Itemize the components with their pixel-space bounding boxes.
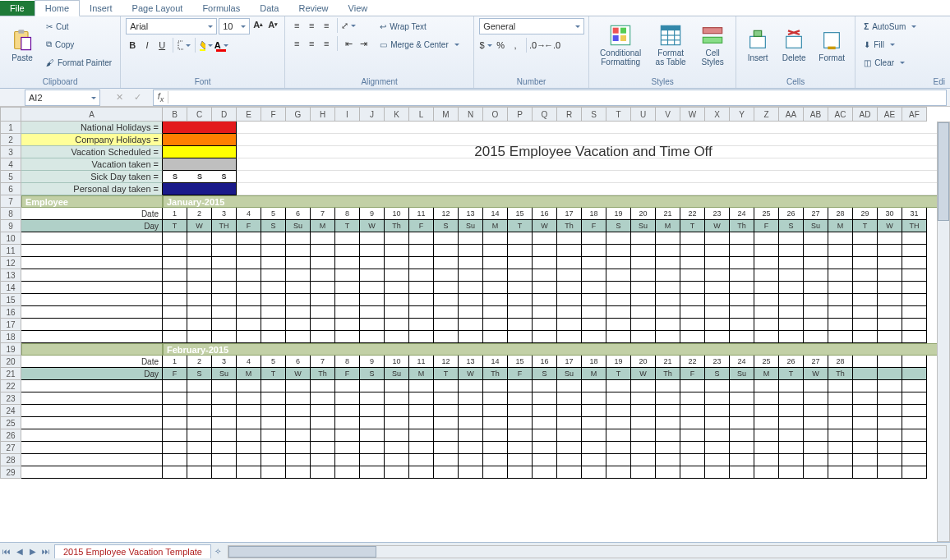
data-cell[interactable] (705, 319, 730, 331)
data-cell[interactable] (459, 392, 483, 405)
data-cell[interactable] (902, 245, 927, 257)
data-cell[interactable] (878, 294, 902, 306)
data-cell[interactable] (237, 442, 261, 454)
day-cell[interactable]: W (631, 368, 656, 380)
day-cell[interactable]: Su (631, 220, 656, 232)
data-cell[interactable] (878, 319, 902, 331)
row-header[interactable]: 10 (0, 232, 21, 245)
data-cell[interactable] (754, 294, 779, 306)
data-cell[interactable] (187, 232, 212, 245)
column-header[interactable]: AC (828, 107, 853, 122)
data-cell[interactable] (902, 319, 927, 331)
day-cell[interactable]: T (163, 220, 187, 232)
date-cell[interactable]: 3 (212, 208, 237, 220)
day-cell[interactable]: Su (557, 368, 582, 380)
merge-center-button[interactable]: ▭Merge & Center (376, 36, 463, 53)
data-cell[interactable] (508, 319, 533, 331)
data-cell[interactable] (533, 269, 557, 282)
data-cell[interactable] (335, 306, 360, 319)
data-cell[interactable] (680, 454, 705, 466)
legend-swatch[interactable] (212, 122, 237, 134)
data-cell[interactable] (311, 429, 335, 442)
data-cell[interactable] (656, 417, 680, 429)
legend-swatch[interactable] (187, 158, 212, 171)
data-cell[interactable] (286, 417, 311, 429)
data-cell[interactable] (237, 417, 261, 429)
data-cell[interactable] (779, 232, 804, 245)
data-cell[interactable] (237, 282, 261, 294)
data-cell[interactable] (237, 269, 261, 282)
data-cell[interactable] (237, 232, 261, 245)
data-cell[interactable] (311, 442, 335, 454)
data-cell[interactable] (311, 466, 335, 479)
data-cell[interactable] (705, 306, 730, 319)
data-cell[interactable] (631, 454, 656, 466)
data-cell[interactable] (557, 429, 582, 442)
data-cell[interactable] (434, 294, 459, 306)
date-cell[interactable]: 10 (385, 208, 409, 220)
data-cell[interactable] (606, 392, 631, 405)
day-cell[interactable]: T (606, 368, 631, 380)
data-cell[interactable] (705, 294, 730, 306)
data-cell[interactable] (261, 232, 286, 245)
employee-cell[interactable] (21, 454, 163, 466)
data-cell[interactable] (680, 269, 705, 282)
data-cell[interactable] (754, 331, 779, 343)
sheet-tab[interactable]: 2015 Employee Vacation Template (54, 544, 211, 558)
data-cell[interactable] (680, 319, 705, 331)
data-cell[interactable] (163, 294, 187, 306)
data-cell[interactable] (754, 269, 779, 282)
data-cell[interactable] (878, 442, 902, 454)
data-cell[interactable] (680, 294, 705, 306)
data-cell[interactable] (483, 466, 508, 479)
data-cell[interactable] (606, 380, 631, 392)
data-cell[interactable] (360, 429, 385, 442)
column-header[interactable]: Z (754, 107, 779, 122)
legend-swatch[interactable]: S (212, 171, 237, 183)
data-cell[interactable] (237, 392, 261, 405)
wrap-text-button[interactable]: ↩Wrap Text (376, 18, 463, 34)
data-cell[interactable] (779, 282, 804, 294)
data-cell[interactable] (582, 392, 606, 405)
title-area[interactable] (237, 171, 950, 183)
date-cell[interactable]: 1 (163, 356, 187, 368)
employee-cell[interactable] (21, 429, 163, 442)
data-cell[interactable] (187, 466, 212, 479)
data-cell[interactable] (902, 429, 927, 442)
data-cell[interactable] (631, 269, 656, 282)
data-cell[interactable] (582, 294, 606, 306)
data-cell[interactable] (804, 466, 828, 479)
data-cell[interactable] (828, 405, 853, 417)
data-cell[interactable] (187, 282, 212, 294)
row-header[interactable]: 8 (0, 208, 21, 220)
employee-cell[interactable] (21, 442, 163, 454)
data-cell[interactable] (360, 257, 385, 269)
day-cell[interactable]: F (335, 368, 360, 380)
data-cell[interactable] (754, 245, 779, 257)
data-cell[interactable] (335, 417, 360, 429)
data-cell[interactable] (631, 306, 656, 319)
data-cell[interactable] (409, 245, 434, 257)
month-header[interactable]: January-2015 (163, 195, 950, 208)
data-cell[interactable] (261, 442, 286, 454)
data-cell[interactable] (409, 331, 434, 343)
data-cell[interactable] (335, 257, 360, 269)
row-header[interactable]: 27 (0, 442, 21, 454)
legend-swatch[interactable] (212, 134, 237, 146)
data-cell[interactable] (212, 442, 237, 454)
data-cell[interactable] (163, 257, 187, 269)
data-cell[interactable] (261, 392, 286, 405)
data-cell[interactable] (385, 454, 409, 466)
data-cell[interactable] (656, 319, 680, 331)
data-cell[interactable] (434, 454, 459, 466)
column-header[interactable]: G (286, 107, 311, 122)
date-cell[interactable]: 10 (385, 356, 409, 368)
data-cell[interactable] (804, 245, 828, 257)
data-cell[interactable] (804, 392, 828, 405)
data-cell[interactable] (804, 257, 828, 269)
data-cell[interactable] (902, 380, 927, 392)
data-cell[interactable] (656, 306, 680, 319)
column-header[interactable]: AD (853, 107, 878, 122)
cancel-formula-button[interactable]: ✕ (113, 91, 126, 104)
legend-label[interactable]: Vacation taken = (21, 158, 163, 171)
